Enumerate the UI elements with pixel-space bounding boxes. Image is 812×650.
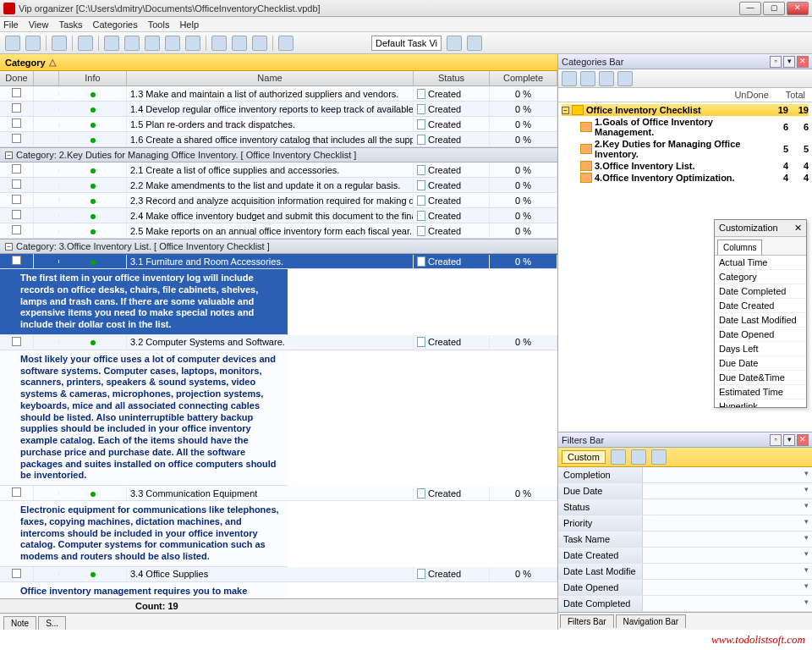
panel-close-button[interactable]: ✕ bbox=[797, 434, 809, 446]
col-priority[interactable] bbox=[34, 71, 59, 85]
filter-value[interactable] bbox=[643, 515, 812, 531]
view-combo[interactable]: Default Task Vi bbox=[371, 36, 442, 51]
panel-close-button[interactable]: ✕ bbox=[797, 56, 809, 68]
task-row[interactable]: 3.4 Office SuppliesCreated0 % bbox=[0, 567, 557, 582]
task-row[interactable]: 3.1 Furniture and Room Accessories.Creat… bbox=[0, 254, 557, 269]
menu-tasks[interactable]: Tasks bbox=[58, 19, 82, 30]
column-item[interactable]: Date Completed bbox=[715, 284, 806, 299]
panel-button[interactable]: ▫ bbox=[770, 56, 782, 68]
filter-value[interactable] bbox=[643, 499, 812, 515]
task-row[interactable]: 2.3 Record and analyze acquisition infor… bbox=[0, 193, 557, 208]
collapse-icon[interactable]: − bbox=[5, 151, 13, 159]
filter-value[interactable] bbox=[643, 483, 812, 499]
task-row[interactable]: 2.1 Create a list of office supplies and… bbox=[0, 162, 557, 178]
done-checkbox[interactable] bbox=[12, 488, 21, 497]
dropdown-icon[interactable] bbox=[447, 36, 462, 51]
column-item[interactable]: Due Date&Time bbox=[715, 371, 806, 385]
filter-value[interactable] bbox=[643, 580, 812, 595]
filter-value[interactable] bbox=[643, 596, 812, 611]
menu-view[interactable]: View bbox=[29, 19, 49, 30]
filter-value[interactable] bbox=[643, 467, 812, 482]
tool-icon[interactable] bbox=[631, 449, 646, 465]
filter-value[interactable] bbox=[643, 564, 812, 579]
column-item[interactable]: Date Last Modified bbox=[715, 313, 806, 328]
right-tab[interactable]: Filters Bar bbox=[560, 614, 614, 628]
tool-icon[interactable] bbox=[651, 449, 667, 465]
task-row[interactable]: 1.4 Develop regular office inventory rep… bbox=[0, 102, 557, 117]
tool-icon[interactable] bbox=[617, 71, 633, 86]
task-row[interactable]: 3.3 Communication EquipmentCreated0 % bbox=[0, 486, 557, 501]
categories-tree[interactable]: −Office Inventory Checklist19191.Goals o… bbox=[558, 102, 812, 185]
tool-icon[interactable] bbox=[145, 36, 160, 51]
done-checkbox[interactable] bbox=[12, 164, 21, 174]
tool-icon[interactable] bbox=[211, 36, 227, 51]
column-item[interactable]: Actual Time bbox=[715, 256, 806, 270]
col-name[interactable]: Name bbox=[127, 71, 414, 85]
col-info[interactable]: Info bbox=[59, 71, 127, 85]
tool-icon[interactable] bbox=[467, 36, 482, 51]
collapse-icon[interactable]: − bbox=[5, 243, 13, 251]
tool-icon[interactable] bbox=[78, 36, 93, 51]
col-done[interactable]: Done bbox=[0, 71, 34, 85]
filter-value[interactable] bbox=[643, 548, 812, 563]
panel-close-button[interactable]: ✕ bbox=[794, 223, 802, 234]
panel-button[interactable]: ▾ bbox=[783, 56, 795, 68]
done-checkbox[interactable] bbox=[12, 103, 21, 113]
task-row[interactable]: 1.6 Create a shared office inventory cat… bbox=[0, 132, 557, 147]
filter-value[interactable] bbox=[643, 532, 812, 547]
done-checkbox[interactable] bbox=[12, 134, 21, 143]
group-header[interactable]: −Category: 2.Key Duties for Managing Off… bbox=[0, 147, 557, 162]
col-complete[interactable]: Complete bbox=[490, 71, 557, 85]
tool-icon[interactable] bbox=[611, 449, 626, 465]
right-tab[interactable]: Navigation Bar bbox=[616, 614, 687, 628]
done-checkbox[interactable] bbox=[12, 337, 21, 346]
tool-icon[interactable] bbox=[185, 36, 200, 51]
column-item[interactable]: Category bbox=[715, 270, 806, 284]
column-item[interactable]: Hyperlink bbox=[715, 399, 806, 407]
columns-list[interactable]: Actual TimeCategoryDate CompletedDate Cr… bbox=[715, 255, 806, 407]
done-checkbox[interactable] bbox=[12, 88, 21, 97]
tool-icon[interactable] bbox=[278, 36, 294, 51]
tree-node[interactable]: 1.Goals of Office Inventory Management.6… bbox=[562, 116, 809, 138]
column-item[interactable]: Date Created bbox=[715, 299, 806, 313]
tool-icon[interactable] bbox=[124, 36, 140, 51]
filter-preset-combo[interactable]: Custom bbox=[562, 450, 606, 464]
tree-node[interactable]: 3.Office Inventory List.44 bbox=[562, 160, 809, 172]
open-icon[interactable] bbox=[25, 36, 41, 51]
new-icon[interactable] bbox=[5, 36, 20, 51]
task-row[interactable]: 1.3 Make and maintain a list of authoriz… bbox=[0, 86, 557, 102]
menu-file[interactable]: File bbox=[3, 19, 19, 30]
tree-node[interactable]: 4.Office Inventory Optimization.44 bbox=[562, 172, 809, 184]
menu-categories[interactable]: Categories bbox=[93, 19, 138, 30]
column-item[interactable]: Due Date bbox=[715, 356, 806, 371]
group-header[interactable]: −Category: 3.Office Inventory List. [ Of… bbox=[0, 239, 557, 254]
done-checkbox[interactable] bbox=[12, 256, 21, 265]
print-icon[interactable] bbox=[52, 36, 67, 51]
close-button[interactable]: ✕ bbox=[787, 2, 809, 15]
done-checkbox[interactable] bbox=[12, 179, 21, 189]
tool-icon[interactable] bbox=[562, 71, 577, 86]
maximize-button[interactable]: ▢ bbox=[763, 2, 785, 15]
tree-node[interactable]: 2.Key Duties for Managing Office Invento… bbox=[562, 138, 809, 160]
column-item[interactable]: Estimated Time bbox=[715, 385, 806, 399]
done-checkbox[interactable] bbox=[12, 225, 21, 234]
done-checkbox[interactable] bbox=[12, 569, 21, 578]
tool-icon[interactable] bbox=[252, 36, 267, 51]
tool-icon[interactable] bbox=[165, 36, 180, 51]
task-row[interactable]: 2.4 Make office inventory budget and sub… bbox=[0, 208, 557, 223]
tool-icon[interactable] bbox=[580, 71, 595, 86]
panel-button[interactable]: ▾ bbox=[783, 434, 795, 446]
task-row[interactable]: 2.5 Make reports on an annual office inv… bbox=[0, 223, 557, 239]
task-row[interactable]: 2.2 Make amendments to the list and upda… bbox=[0, 178, 557, 193]
group-by-band[interactable]: Category △ bbox=[0, 54, 557, 71]
col-status[interactable]: Status bbox=[414, 71, 490, 85]
minimize-button[interactable]: — bbox=[739, 2, 761, 15]
bottom-tab[interactable]: S... bbox=[38, 616, 66, 630]
tool-icon[interactable] bbox=[599, 71, 614, 86]
done-checkbox[interactable] bbox=[12, 195, 21, 204]
tool-icon[interactable] bbox=[104, 36, 119, 51]
customization-panel[interactable]: Customization ✕ Columns Actual TimeCateg… bbox=[714, 219, 807, 408]
column-item[interactable]: Days Left bbox=[715, 342, 806, 356]
tree-root[interactable]: −Office Inventory Checklist1919 bbox=[562, 104, 809, 116]
panel-button[interactable]: ▫ bbox=[770, 434, 782, 446]
